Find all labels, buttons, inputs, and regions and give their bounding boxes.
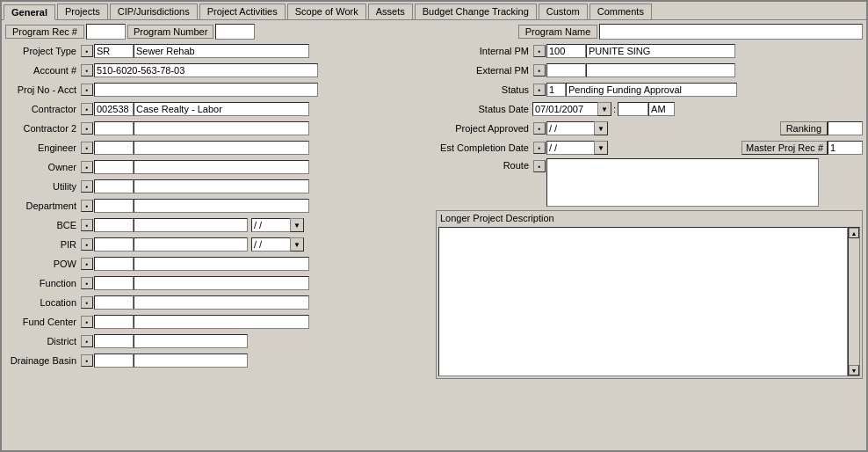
longer-desc-textarea[interactable] (438, 227, 848, 376)
project-type-btn[interactable]: ▪ (81, 45, 93, 57)
master-proj-value[interactable] (828, 141, 863, 155)
department-btn[interactable]: ▪ (81, 200, 93, 212)
drainage-basin-btn[interactable]: ▪ (81, 354, 93, 367)
contractor2-code[interactable] (94, 121, 134, 135)
function-name[interactable] (134, 276, 309, 290)
engineer-name[interactable] (134, 141, 309, 155)
district-code[interactable] (94, 334, 134, 348)
utility-name[interactable] (134, 179, 309, 193)
function-btn[interactable]: ▪ (81, 277, 93, 289)
owner-code[interactable] (94, 160, 134, 174)
pir-btn[interactable]: ▪ (81, 238, 93, 251)
status-ampm-input[interactable] (648, 102, 675, 116)
account-btn[interactable]: ▪ (81, 64, 93, 77)
pir-date-input[interactable] (251, 237, 291, 252)
external-pm-code[interactable] (546, 63, 586, 77)
utility-btn[interactable]: ▪ (81, 180, 93, 193)
project-type-name[interactable] (134, 44, 309, 58)
project-type-code[interactable] (94, 44, 134, 58)
location-btn[interactable]: ▪ (81, 296, 93, 309)
longer-desc-section: Longer Project Description ▲ ▼ (436, 210, 863, 379)
fund-center-btn[interactable]: ▪ (81, 316, 93, 328)
internal-pm-code[interactable] (546, 44, 586, 58)
status-time-input[interactable] (618, 102, 648, 116)
pir-label: PIR (5, 239, 80, 250)
tab-general[interactable]: General (4, 4, 55, 20)
fund-center-name[interactable] (134, 315, 309, 329)
scroll-up-btn[interactable]: ▲ (849, 228, 859, 238)
function-code[interactable] (94, 276, 134, 290)
status-date-input[interactable] (532, 102, 598, 116)
department-code[interactable] (94, 199, 134, 213)
project-approved-arrow[interactable]: ▼ (594, 121, 608, 135)
pir-name[interactable] (134, 237, 248, 252)
longer-desc-title: Longer Project Description (437, 211, 862, 225)
status-value[interactable] (566, 83, 737, 97)
district-btn[interactable]: ▪ (81, 335, 93, 347)
project-approved-btn[interactable]: ▪ (533, 122, 546, 135)
location-code[interactable] (94, 295, 134, 310)
tab-assets[interactable]: Assets (368, 4, 413, 19)
owner-btn[interactable]: ▪ (81, 161, 93, 173)
external-pm-btn[interactable]: ▪ (533, 64, 546, 77)
route-textarea[interactable] (546, 158, 819, 207)
tab-cip[interactable]: CIP/Jurisdictions (110, 4, 198, 19)
tab-project-activities[interactable]: Project Activities (199, 4, 286, 19)
bce-btn[interactable]: ▪ (81, 219, 93, 231)
pir-date-group: ▼ (251, 237, 304, 252)
ranking-value[interactable] (828, 121, 863, 135)
tab-budget[interactable]: Budget Change Tracking (415, 4, 537, 19)
pow-code[interactable] (94, 257, 134, 271)
contractor2-name[interactable] (134, 121, 309, 135)
tab-scope[interactable]: Scope of Work (287, 4, 366, 19)
internal-pm-name[interactable] (586, 44, 735, 58)
account-label: Account # (5, 65, 80, 76)
contractor-name[interactable] (134, 102, 309, 116)
status-date-arrow[interactable]: ▼ (597, 102, 611, 116)
internal-pm-btn[interactable]: ▪ (533, 45, 546, 57)
bce-name[interactable] (134, 218, 248, 232)
contractor2-btn[interactable]: ▪ (81, 122, 93, 135)
project-approved-date[interactable] (546, 121, 595, 135)
bce-code[interactable] (94, 218, 134, 232)
utility-code[interactable] (94, 179, 134, 193)
tab-comments[interactable]: Comments (590, 4, 652, 19)
est-completion-date[interactable] (546, 141, 595, 155)
bce-date-input[interactable] (251, 218, 291, 232)
fund-center-code[interactable] (94, 315, 134, 329)
est-completion-arrow[interactable]: ▼ (594, 141, 608, 155)
drainage-basin-name[interactable] (134, 354, 248, 368)
pir-code[interactable] (94, 237, 134, 252)
bce-date-arrow[interactable]: ▼ (290, 218, 304, 232)
program-name-input[interactable] (599, 24, 863, 40)
ranking-button[interactable]: Ranking (780, 121, 828, 135)
external-pm-name[interactable] (586, 63, 735, 77)
pir-date-arrow[interactable]: ▼ (290, 237, 304, 252)
scroll-down-btn[interactable]: ▼ (849, 365, 859, 375)
proj-no-acct-btn[interactable]: ▪ (81, 84, 93, 96)
contractor-code[interactable] (94, 102, 134, 116)
route-btn[interactable]: ▪ (533, 160, 546, 172)
tab-custom[interactable]: Custom (539, 4, 588, 19)
owner-name[interactable] (134, 160, 309, 174)
account-input[interactable] (94, 63, 318, 77)
status-code[interactable] (546, 83, 566, 97)
pow-btn[interactable]: ▪ (81, 258, 93, 270)
engineer-code[interactable] (94, 141, 134, 155)
tab-projects[interactable]: Projects (57, 4, 108, 19)
district-name[interactable] (134, 334, 248, 348)
status-btn[interactable]: ▪ (533, 84, 546, 96)
master-proj-button[interactable]: Master Proj Rec # (741, 141, 828, 155)
program-number-input[interactable] (215, 24, 255, 40)
location-name[interactable] (134, 295, 309, 310)
drainage-basin-code[interactable] (94, 354, 134, 368)
project-approved-label: Project Approved (436, 123, 532, 134)
proj-no-acct-input[interactable] (94, 83, 318, 97)
department-name[interactable] (134, 199, 309, 213)
est-completion-btn[interactable]: ▪ (533, 142, 546, 154)
pow-name[interactable] (134, 257, 309, 271)
longer-desc-scrollbar[interactable]: ▲ ▼ (848, 227, 860, 376)
program-rec-input[interactable] (86, 24, 126, 40)
engineer-btn[interactable]: ▪ (81, 142, 93, 154)
contractor-btn[interactable]: ▪ (81, 103, 93, 115)
